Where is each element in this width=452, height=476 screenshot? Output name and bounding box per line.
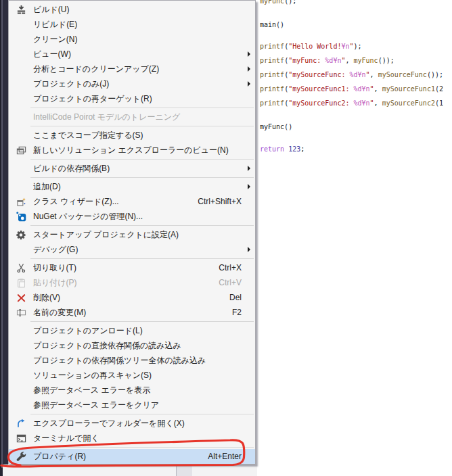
code-line: printf("mySourceFunc: %d¥n", mySourceFun… — [260, 70, 443, 79]
menu-item-rescan-solution[interactable]: ソリューションの再スキャン(S) — [9, 368, 255, 383]
menu-item-open-folder-in-explorer[interactable]: エクスプローラーでフォルダーを開く(X) — [9, 416, 255, 431]
menu-item-load-entire-dependency-tree[interactable]: プロジェクトの依存関係ツリー全体の読み込み — [9, 353, 255, 368]
menu-item-view[interactable]: ビュー(W) — [9, 47, 255, 62]
menu-separator — [30, 177, 254, 178]
submenu-arrow-icon — [248, 66, 250, 72]
class-wizard-icon — [9, 197, 33, 207]
nuget-icon — [9, 212, 33, 222]
menu-item-analyze-cleanup[interactable]: 分析とコードのクリーンアップ(Z) — [9, 62, 255, 76]
menu-item-intellicode-training: IntelliCode Poirot モデルのトレーニング — [9, 110, 255, 124]
menu-separator — [30, 108, 254, 108]
code-line: return 123; — [260, 145, 304, 153]
menu-item-rename[interactable]: 名前の変更(M) F2 — [9, 305, 255, 320]
menu-item-clear-reference-db-errors[interactable]: 参照データベース エラーをクリア — [9, 398, 255, 412]
gear-icon — [9, 230, 33, 240]
menu-separator — [30, 225, 254, 226]
menu-item-manage-nuget[interactable]: NuGet パッケージの管理(N)... — [9, 209, 255, 224]
code-line: main() — [260, 20, 284, 29]
code-line: printf("mySourceFunc2: %d¥n", mySourceFu… — [260, 99, 443, 108]
menu-separator — [30, 126, 254, 126]
menu-item-project-only[interactable]: プロジェクトのみ(J) — [9, 76, 255, 91]
submenu-arrow-icon — [248, 51, 250, 57]
code-line: myFunc() — [260, 122, 292, 131]
wrench-icon — [9, 452, 33, 462]
menu-item-build-dependencies[interactable]: ビルドの依存関係(B) — [9, 161, 255, 176]
menu-item-unload-project[interactable]: プロジェクトのアンロード(L) — [9, 323, 255, 338]
menu-item-delete[interactable]: 削除(V) Del — [9, 290, 255, 305]
menu-item-retarget[interactable]: プロジェクトの再ターゲット(R) — [9, 91, 255, 106]
code-line: myFunc(); — [260, 0, 296, 5]
panel-bottom-strip — [3, 465, 257, 476]
menu-item-open-in-terminal[interactable]: ターミナルで開く — [9, 431, 255, 446]
new-solution-explorer-view-icon — [9, 145, 33, 156]
submenu-arrow-icon — [248, 247, 250, 252]
horizontal-scrollbar[interactable] — [177, 465, 192, 476]
menu-item-new-solution-explorer-view[interactable]: 新しいソリューション エクスプローラーのビュー(N) — [9, 143, 255, 158]
menu-item-load-direct-dependencies[interactable]: プロジェクトの直接依存関係の読み込み — [9, 338, 255, 353]
menu-item-cut[interactable]: 切り取り(T) Ctrl+X — [9, 260, 255, 275]
menu-item-rebuild[interactable]: リビルド(E) — [9, 17, 255, 32]
solution-explorer-edge — [0, 0, 8, 468]
scissors-icon — [9, 263, 33, 273]
submenu-arrow-icon — [248, 166, 250, 171]
paste-icon — [9, 278, 33, 288]
menu-separator — [30, 447, 254, 448]
menu-separator — [30, 258, 254, 259]
menu-separator — [30, 159, 254, 160]
submenu-arrow-icon — [248, 81, 250, 87]
menu-item-set-startup-project[interactable]: スタートアップ プロジェクトに設定(A) — [9, 227, 255, 242]
menu-item-scope-to-this[interactable]: ここまでスコープ指定する(S) — [9, 128, 255, 143]
menu-item-properties[interactable]: プロパティ(R) Alt+Enter — [9, 449, 255, 464]
project-context-menu: ビルド(U) リビルド(E) クリーン(N) ビュー(W) 分析とコードのクリー… — [8, 0, 256, 465]
open-folder-icon — [9, 419, 33, 429]
terminal-icon — [9, 433, 33, 444]
menu-item-paste: 貼り付け(P) Ctrl+V — [9, 275, 255, 290]
code-line: printf("Hello World!¥n"); — [260, 42, 362, 51]
menu-separator — [30, 321, 254, 322]
context-menu-list: ビルド(U) リビルド(E) クリーン(N) ビュー(W) 分析とコードのクリー… — [9, 1, 255, 465]
menu-item-class-wizard[interactable]: クラス ウィザード(Z)... Ctrl+Shift+X — [9, 194, 255, 209]
menu-separator — [30, 414, 254, 414]
code-editor[interactable]: myFunc();main()printf("Hello World!¥n");… — [257, 0, 452, 476]
delete-icon — [9, 293, 33, 303]
rename-icon — [9, 308, 33, 318]
build-icon — [9, 5, 33, 15]
menu-item-show-reference-db-errors[interactable]: 参照データベース エラーを表示 — [9, 383, 255, 398]
submenu-arrow-icon — [248, 184, 250, 189]
code-line: printf("mySourceFunc1: %d¥n", mySourceFu… — [260, 85, 443, 93]
code-line: printf("myFunc: %d¥n", myFunc()); — [260, 56, 394, 65]
menu-item-clean[interactable]: クリーン(N) — [9, 32, 255, 47]
menu-item-debug[interactable]: デバッグ(G) — [9, 242, 255, 257]
menu-item-build[interactable]: ビルド(U) — [9, 2, 255, 17]
menu-item-add[interactable]: 追加(D) — [9, 179, 255, 194]
